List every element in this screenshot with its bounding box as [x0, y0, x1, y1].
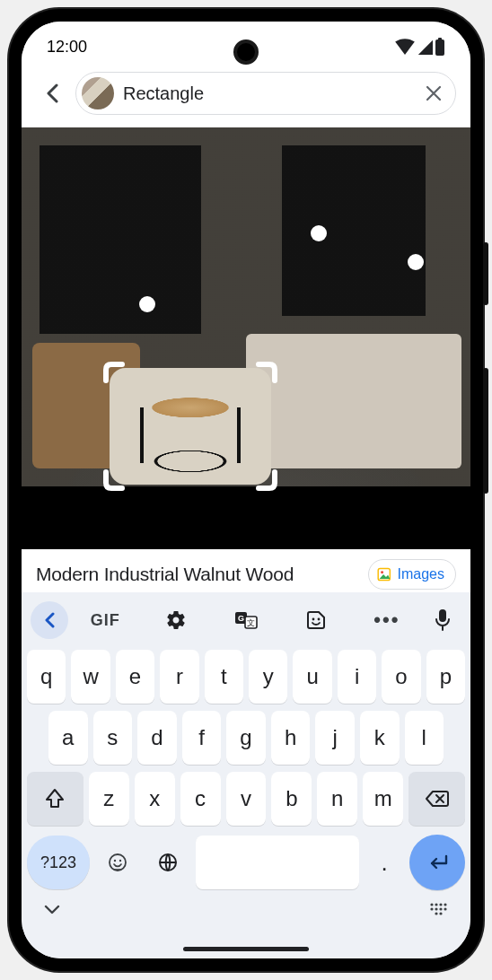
- key-row-bottom: ?123 .: [27, 835, 465, 890]
- key-q[interactable]: q: [27, 650, 66, 704]
- svg-point-19: [444, 903, 446, 906]
- object-dot[interactable]: [139, 296, 155, 312]
- chevron-left-icon: [46, 83, 58, 103]
- selection-preview: [110, 368, 271, 485]
- shift-key[interactable]: [27, 772, 83, 826]
- grid-icon: [429, 902, 449, 916]
- key-l[interactable]: l: [405, 711, 444, 765]
- translate-icon: G文: [234, 609, 258, 631]
- chevron-left-icon: [44, 612, 55, 628]
- selection-crop[interactable]: [110, 368, 271, 485]
- key-v[interactable]: v: [226, 772, 267, 826]
- sticker-button[interactable]: [283, 601, 349, 639]
- language-key[interactable]: [145, 836, 190, 889]
- globe-icon: [157, 852, 179, 873]
- enter-icon: [425, 853, 450, 872]
- more-icon: •••: [373, 608, 400, 632]
- kbd-back-button[interactable]: [31, 601, 68, 639]
- cell-signal-icon: [417, 39, 433, 55]
- svg-rect-0: [435, 39, 444, 56]
- mic-button[interactable]: [424, 601, 461, 639]
- key-s[interactable]: s: [93, 711, 133, 765]
- clear-search-button[interactable]: [421, 81, 446, 106]
- svg-point-3: [381, 571, 383, 573]
- svg-rect-1: [438, 38, 442, 40]
- key-y[interactable]: y: [249, 650, 287, 704]
- collapse-keyboard-button[interactable]: [43, 903, 61, 919]
- svg-text:文: 文: [247, 618, 255, 627]
- clock: 12:00: [47, 38, 87, 57]
- backspace-icon: [425, 789, 450, 809]
- result-title: Modern Industrial Walnut Wood: [36, 564, 294, 585]
- gif-label: GIF: [91, 611, 120, 630]
- key-m[interactable]: m: [363, 772, 403, 826]
- phone-frame: 12:00 Rectangle: [9, 9, 483, 971]
- svg-point-12: [114, 860, 116, 862]
- search-query-text: Rectangle: [123, 83, 412, 104]
- key-x[interactable]: x: [135, 772, 175, 826]
- key-n[interactable]: n: [317, 772, 357, 826]
- crop-handle-bl[interactable]: [102, 465, 129, 492]
- key-k[interactable]: k: [360, 711, 400, 765]
- key-u[interactable]: u: [293, 650, 331, 704]
- battery-icon: [435, 38, 445, 56]
- key-f[interactable]: f: [182, 711, 222, 765]
- nav-handle[interactable]: [183, 947, 309, 951]
- mic-icon: [435, 608, 451, 632]
- key-d[interactable]: d: [137, 711, 177, 765]
- keyboard-footer: [27, 890, 465, 932]
- crop-handle-tl[interactable]: [102, 361, 129, 388]
- key-e[interactable]: e: [116, 650, 154, 704]
- chevron-down-icon: [43, 903, 61, 915]
- svg-point-18: [439, 903, 442, 906]
- key-g[interactable]: g: [226, 711, 266, 765]
- emoji-key[interactable]: [95, 836, 140, 889]
- backspace-key[interactable]: [409, 772, 465, 826]
- image-icon: [376, 566, 392, 582]
- settings-button[interactable]: [142, 601, 208, 639]
- front-camera: [233, 39, 259, 65]
- images-chip-label: Images: [398, 566, 444, 582]
- key-c[interactable]: c: [180, 772, 221, 826]
- enter-key[interactable]: [409, 835, 465, 890]
- object-dot[interactable]: [408, 254, 424, 270]
- key-p[interactable]: p: [426, 650, 465, 704]
- spacebar-key[interactable]: [196, 836, 359, 889]
- back-button[interactable]: [36, 77, 68, 109]
- key-i[interactable]: i: [338, 650, 376, 704]
- svg-point-23: [444, 907, 446, 910]
- status-icons: [395, 38, 445, 56]
- svg-point-8: [312, 618, 315, 621]
- keyboard-modes-button[interactable]: [429, 902, 449, 920]
- key-a[interactable]: a: [48, 711, 88, 765]
- object-dot[interactable]: [311, 225, 327, 241]
- svg-point-24: [435, 912, 437, 914]
- search-pill[interactable]: Rectangle: [75, 72, 456, 115]
- images-filter-chip[interactable]: Images: [368, 559, 456, 590]
- key-row-3: z x c v b n m: [27, 772, 465, 826]
- key-j[interactable]: j: [315, 711, 355, 765]
- wifi-icon: [395, 39, 415, 55]
- key-row-2: a s d f g h j k l: [27, 711, 465, 765]
- key-z[interactable]: z: [89, 772, 129, 826]
- search-thumbnail: [82, 77, 114, 109]
- lens-viewer[interactable]: [22, 127, 470, 549]
- key-w[interactable]: w: [71, 650, 110, 704]
- more-button[interactable]: •••: [354, 601, 420, 639]
- svg-point-13: [119, 860, 121, 862]
- gif-button[interactable]: GIF: [72, 601, 138, 639]
- translate-button[interactable]: G文: [213, 601, 279, 639]
- key-h[interactable]: h: [271, 711, 311, 765]
- symbols-key[interactable]: ?123: [27, 836, 90, 889]
- results-sheet[interactable]: Modern Industrial Walnut Wood Images: [22, 549, 470, 592]
- svg-text:G: G: [238, 614, 244, 623]
- key-b[interactable]: b: [271, 772, 312, 826]
- crop-handle-tr[interactable]: [251, 361, 278, 388]
- svg-point-21: [435, 907, 437, 910]
- crop-handle-br[interactable]: [251, 465, 278, 492]
- period-key[interactable]: .: [365, 836, 404, 889]
- sticker-icon: [305, 609, 327, 631]
- key-t[interactable]: t: [205, 650, 243, 704]
- key-o[interactable]: o: [382, 650, 420, 704]
- key-r[interactable]: r: [160, 650, 198, 704]
